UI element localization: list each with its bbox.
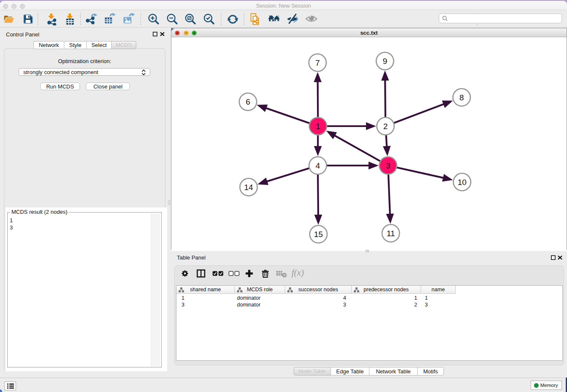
svg-text:9: 9: [383, 57, 387, 66]
svg-text:14: 14: [244, 183, 253, 192]
svg-text:4: 4: [316, 161, 320, 170]
svg-text:6: 6: [246, 97, 250, 106]
svg-text:7: 7: [315, 58, 320, 67]
svg-text:2: 2: [383, 122, 388, 131]
svg-text:11: 11: [387, 229, 395, 238]
svg-text:8: 8: [460, 93, 464, 102]
svg-text:1: 1: [316, 122, 320, 131]
svg-text:10: 10: [457, 178, 466, 187]
svg-text:3: 3: [386, 161, 391, 170]
svg-text:15: 15: [314, 230, 323, 239]
